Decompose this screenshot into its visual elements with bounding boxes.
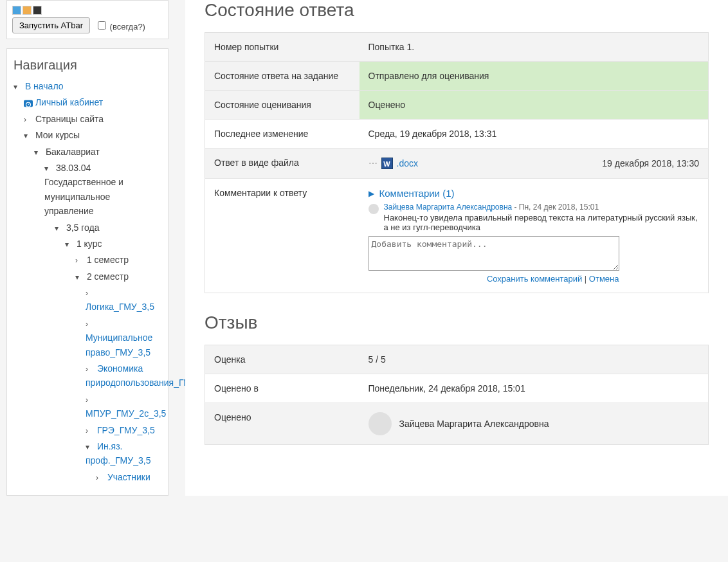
file-submission-label: Ответ в виде файла <box>205 149 359 179</box>
expand-icon[interactable]: ▾ <box>65 239 73 251</box>
table-row: Оценка 5 / 5 <box>205 345 709 374</box>
nav-subj-gre[interactable]: ГРЭ_ГМУ_3,5 <box>97 425 155 435</box>
grading-status-label: Состояние оценивания <box>205 91 359 120</box>
nav-site-pages[interactable]: Страницы сайта <box>35 114 104 124</box>
navigation-title: Навигация <box>14 58 161 73</box>
atbar-icon[interactable] <box>33 6 42 15</box>
submission-status-label: Состояние ответа на задание <box>205 62 359 91</box>
atbar-icons <box>12 6 163 15</box>
table-row: Ответ в виде файла ⋯ W .docx 19 декабря … <box>205 149 709 179</box>
save-comment-link[interactable]: Сохранить комментарий <box>487 274 582 284</box>
last-modified-value: Среда, 19 декабря 2018, 13:31 <box>359 120 709 149</box>
nav-subj-logic[interactable]: Логика_ГМУ_3,5 <box>86 302 154 312</box>
nav-sem1[interactable]: 1 семестр <box>87 255 129 265</box>
nav-participants[interactable]: Участники <box>107 472 150 482</box>
nav-course1[interactable]: 1 курс <box>77 239 102 249</box>
table-row: Состояние ответа на задание Отправлено д… <box>205 62 709 91</box>
table-row: Оценено в Понедельник, 24 декабря 2018, … <box>205 374 709 403</box>
expand-icon[interactable]: › <box>86 287 93 300</box>
comments-label: Комментарии к ответу <box>205 179 359 293</box>
expand-icon[interactable]: › <box>96 472 104 484</box>
chevron-right-icon[interactable]: ▶ <box>369 189 374 198</box>
graded-on-value: Понедельник, 24 декабря 2018, 15:01 <box>359 374 709 403</box>
comment-text: Наконец-то увидела правильный перевод те… <box>384 213 700 232</box>
submission-status-table: Номер попытки Попытка 1. Состояние ответ… <box>205 32 709 293</box>
expand-icon[interactable]: ▾ <box>86 441 93 453</box>
atbar-block: Запустить ATbar (всегда?) <box>6 0 168 39</box>
submission-status-value: Отправлено для оценивания <box>359 62 709 91</box>
atbar-icon[interactable] <box>12 6 21 15</box>
nav-tree: ▾ В начало Личный кабинет › Страницы сай… <box>14 79 161 484</box>
nav-subj-inyaz[interactable]: Ин.яз. проф._ГМУ_3,5 <box>86 441 150 466</box>
atbar-launch-button[interactable]: Запустить ATbar <box>12 17 90 33</box>
expand-icon[interactable]: ▾ <box>44 163 52 175</box>
avatar-icon <box>369 204 379 214</box>
expand-icon[interactable]: ▾ <box>34 147 42 159</box>
cancel-comment-link[interactable]: Отмена <box>589 274 619 284</box>
nav-bachelor[interactable]: Бакалавриат <box>46 147 100 157</box>
comment-date: Пн, 24 дек 2018, 15:01 <box>519 203 599 212</box>
table-row: Состояние оценивания Оценено <box>205 91 709 120</box>
submission-status-heading: Состояние ответа <box>205 0 709 21</box>
expand-icon[interactable]: ▾ <box>24 130 32 142</box>
expand-icon[interactable]: ▾ <box>75 271 83 284</box>
expand-icon[interactable]: › <box>86 363 93 376</box>
nav-my-courses[interactable]: Мои курсы <box>35 130 80 140</box>
expand-icon[interactable]: › <box>86 318 93 331</box>
table-row: Оценено Зайцева Маргарита Александровна <box>205 403 709 445</box>
graded-by-value: Зайцева Маргарита Александровна <box>399 419 549 429</box>
comments-toggle-link[interactable]: Комментарии (1) <box>379 188 455 199</box>
submitted-file-link[interactable]: .docx <box>397 158 418 168</box>
nav-years[interactable]: 3,5 года <box>66 222 100 233</box>
last-modified-label: Последнее изменение <box>205 120 359 149</box>
grading-status-value: Оценено <box>359 91 709 120</box>
expand-icon[interactable]: ▾ <box>14 81 21 93</box>
comment-author-link[interactable]: Зайцева Маргарита Александровна <box>384 203 513 212</box>
dashboard-icon <box>24 100 33 107</box>
expand-icon[interactable]: › <box>75 255 83 267</box>
atbar-always-label[interactable]: (всегда?) <box>95 19 145 32</box>
navigation-block: Навигация ▾ В начало Личный кабинет › Ст… <box>6 48 168 496</box>
table-row: Номер попытки Попытка 1. <box>205 33 709 62</box>
avatar-icon <box>369 412 392 435</box>
graded-on-label: Оценено в <box>205 374 359 403</box>
comment-item: Зайцева Маргарита Александровна - Пн, 24… <box>369 203 700 232</box>
nav-program[interactable]: 38.03.04 Государственное и муниципальное… <box>44 163 123 216</box>
grade-label: Оценка <box>205 345 359 374</box>
grade-value: 5 / 5 <box>359 345 709 374</box>
word-icon: W <box>381 158 393 169</box>
submitted-file[interactable]: ⋯ W .docx <box>369 158 418 169</box>
nav-subj-pravo[interactable]: Муниципальное право_ГМУ_3,5 <box>86 332 152 357</box>
attempt-number-label: Номер попытки <box>205 33 359 62</box>
svg-rect-0 <box>24 100 33 107</box>
expand-icon[interactable]: › <box>24 114 32 126</box>
expand-icon[interactable]: ▾ <box>55 222 62 235</box>
attempt-number-value: Попытка 1. <box>359 33 709 62</box>
feedback-heading: Отзыв <box>205 313 709 333</box>
atbar-icon[interactable] <box>23 6 32 15</box>
nav-home[interactable]: В начало <box>25 81 64 91</box>
graded-by-label: Оценено <box>205 403 359 445</box>
submitted-file-date: 19 декабря 2018, 13:30 <box>602 158 699 168</box>
table-row: Последнее изменение Среда, 19 декабря 20… <box>205 120 709 149</box>
nav-sem2[interactable]: 2 семестр <box>87 271 129 282</box>
nav-subj-mpur[interactable]: МПУР_ГМУ_2с_3,5 <box>86 408 166 419</box>
nav-dashboard[interactable]: Личный кабинет <box>35 97 103 107</box>
feedback-table: Оценка 5 / 5 Оценено в Понедельник, 24 д… <box>205 345 709 445</box>
expand-icon[interactable]: › <box>86 394 93 406</box>
expand-icon[interactable]: › <box>86 425 93 437</box>
atbar-always-checkbox[interactable] <box>98 21 106 30</box>
table-row: Комментарии к ответу ▶ Комментарии (1) З… <box>205 179 709 293</box>
add-comment-input[interactable] <box>369 236 619 271</box>
